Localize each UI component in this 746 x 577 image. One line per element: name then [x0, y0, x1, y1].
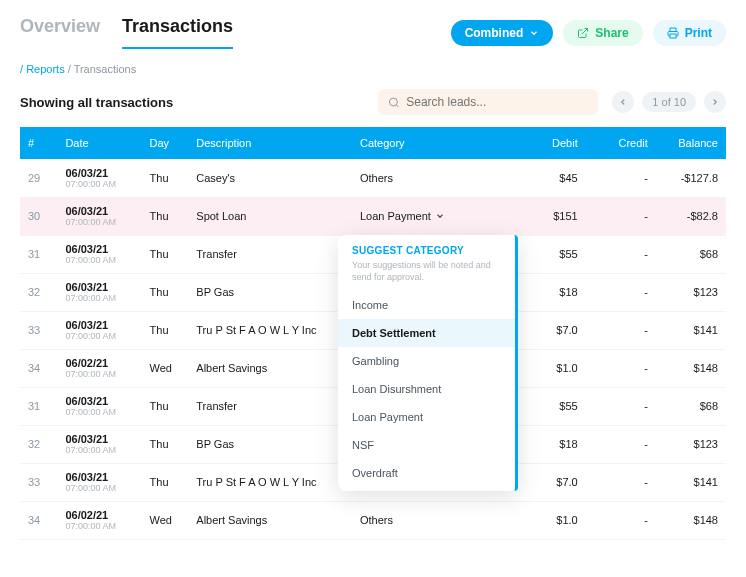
cell-index: 31: [20, 387, 57, 425]
cell-day: Thu: [142, 311, 189, 349]
th-index[interactable]: #: [20, 127, 57, 159]
cell-credit: -: [586, 311, 656, 349]
cell-index: 33: [20, 463, 57, 501]
category-select[interactable]: Loan Payment: [360, 210, 508, 222]
print-icon: [667, 27, 679, 39]
cell-date: 06/03/2107:00:00 AM: [57, 463, 141, 501]
cell-debit: $7.0: [516, 463, 586, 501]
cell-credit: -: [586, 273, 656, 311]
cell-balance: $148: [656, 501, 726, 539]
dropdown-item[interactable]: Loan Payment: [338, 403, 515, 431]
cell-credit: -: [586, 197, 656, 235]
cell-credit: -: [586, 159, 656, 197]
svg-line-3: [397, 104, 399, 106]
cell-balance: $68: [656, 235, 726, 273]
cell-balance: $123: [656, 425, 726, 463]
cell-day: Thu: [142, 159, 189, 197]
search-wrap[interactable]: [378, 89, 598, 115]
breadcrumb-reports[interactable]: Reports: [26, 63, 65, 75]
cell-index: 34: [20, 501, 57, 539]
th-date[interactable]: Date: [57, 127, 141, 159]
cell-date: 06/02/2107:00:00 AM: [57, 501, 141, 539]
cell-debit: $7.0: [516, 311, 586, 349]
share-label: Share: [595, 26, 628, 40]
table-row[interactable]: 34 06/02/2107:00:00 AM Wed Albert Saving…: [20, 501, 726, 539]
search-input[interactable]: [406, 95, 588, 109]
tab-transactions[interactable]: Transactions: [122, 16, 233, 49]
cell-day: Thu: [142, 387, 189, 425]
combined-button[interactable]: Combined: [451, 20, 554, 46]
dropdown-item[interactable]: NSF: [338, 431, 515, 459]
cell-category: Others: [352, 159, 516, 197]
dropdown-item[interactable]: Overdraft: [338, 459, 515, 487]
cell-debit: $1.0: [516, 349, 586, 387]
cell-day: Thu: [142, 197, 189, 235]
category-value: Others: [360, 514, 393, 526]
table-row[interactable]: 30 06/03/2107:00:00 AM Thu Spot Loan Loa…: [20, 197, 726, 235]
cell-balance: -$82.8: [656, 197, 726, 235]
cell-credit: -: [586, 387, 656, 425]
cell-balance: $141: [656, 311, 726, 349]
cell-debit: $18: [516, 425, 586, 463]
cell-day: Thu: [142, 463, 189, 501]
cell-date: 06/03/2107:00:00 AM: [57, 425, 141, 463]
svg-rect-1: [670, 34, 676, 38]
cell-credit: -: [586, 501, 656, 539]
print-button[interactable]: Print: [653, 20, 726, 46]
cell-credit: -: [586, 425, 656, 463]
cell-debit: $45: [516, 159, 586, 197]
svg-line-0: [582, 28, 588, 34]
cell-description: Transfer: [188, 235, 352, 273]
page-indicator: 1 of 10: [642, 92, 696, 112]
cell-description: Tru P St F A O W L Y Inc: [188, 311, 352, 349]
search-icon: [388, 96, 400, 109]
breadcrumb-current: Transactions: [74, 63, 137, 75]
cell-date: 06/03/2107:00:00 AM: [57, 387, 141, 425]
chevron-left-icon: [618, 97, 628, 107]
th-balance[interactable]: Balance: [656, 127, 726, 159]
dropdown-note: Your suggestions will be noted and send …: [352, 260, 501, 283]
cell-description: Casey's: [188, 159, 352, 197]
category-value: Others: [360, 172, 393, 184]
cell-credit: -: [586, 463, 656, 501]
cell-day: Thu: [142, 235, 189, 273]
tab-overview[interactable]: Overview: [20, 16, 100, 49]
cell-debit: $55: [516, 387, 586, 425]
cell-day: Wed: [142, 349, 189, 387]
cell-index: 32: [20, 425, 57, 463]
share-icon: [577, 27, 589, 39]
chevron-down-icon: [529, 28, 539, 38]
share-button[interactable]: Share: [563, 20, 642, 46]
dropdown-item[interactable]: Loan Disurshment: [338, 375, 515, 403]
chevron-right-icon: [710, 97, 720, 107]
cell-index: 31: [20, 235, 57, 273]
cell-debit: $151: [516, 197, 586, 235]
cell-debit: $55: [516, 235, 586, 273]
cell-day: Thu: [142, 425, 189, 463]
dropdown-item[interactable]: Gambling: [338, 347, 515, 375]
page-prev-button[interactable]: [612, 91, 634, 113]
th-category[interactable]: Category: [352, 127, 516, 159]
dropdown-item[interactable]: Income: [338, 291, 515, 319]
cell-description: BP Gas: [188, 273, 352, 311]
table-row[interactable]: 29 06/03/2107:00:00 AM Thu Casey's Other…: [20, 159, 726, 197]
cell-index: 32: [20, 273, 57, 311]
th-day[interactable]: Day: [142, 127, 189, 159]
cell-balance: $141: [656, 463, 726, 501]
cell-debit: $1.0: [516, 501, 586, 539]
cell-description: Spot Loan: [188, 197, 352, 235]
cell-balance: $123: [656, 273, 726, 311]
print-label: Print: [685, 26, 712, 40]
page-next-button[interactable]: [704, 91, 726, 113]
category-suggestion-dropdown[interactable]: SUGGEST CATEGORY Your suggestions will b…: [338, 235, 518, 491]
th-debit[interactable]: Debit: [516, 127, 586, 159]
cell-category: Loan Payment: [352, 197, 516, 235]
dropdown-item[interactable]: Debt Settlement: [338, 319, 515, 347]
svg-point-2: [390, 98, 398, 106]
th-credit[interactable]: Credit: [586, 127, 656, 159]
th-description[interactable]: Description: [188, 127, 352, 159]
breadcrumb: / Reports / Transactions: [20, 63, 726, 75]
combined-label: Combined: [465, 26, 524, 40]
cell-index: 34: [20, 349, 57, 387]
cell-balance: $68: [656, 387, 726, 425]
